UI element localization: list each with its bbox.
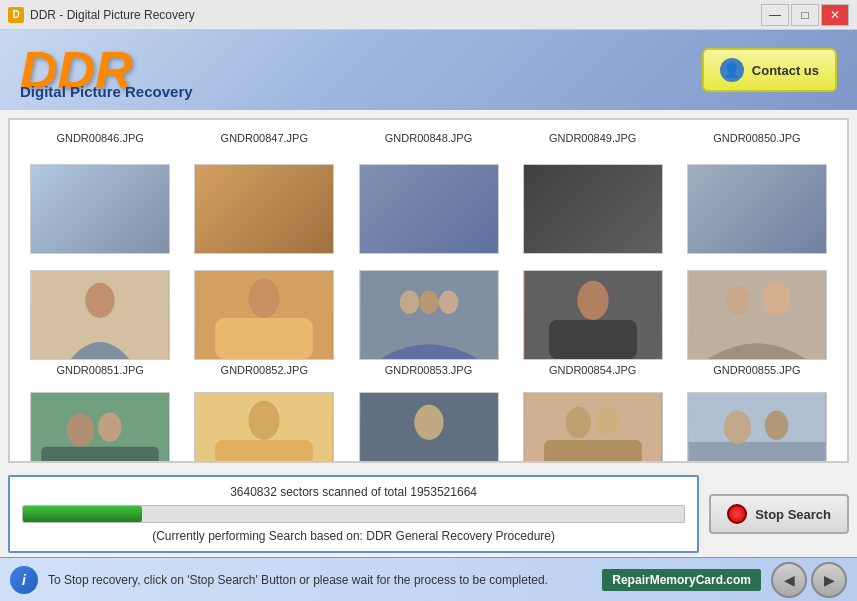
back-button[interactable]: ◀	[771, 562, 807, 598]
thumbnail-852	[194, 270, 334, 360]
stop-search-button[interactable]: Stop Search	[709, 494, 849, 534]
svg-rect-4	[215, 318, 313, 359]
svg-point-25	[565, 407, 590, 438]
contact-icon: 👤	[720, 58, 744, 82]
title-bar: D DDR - Digital Picture Recovery — □ ✕	[0, 0, 857, 30]
thumbnail-856	[30, 392, 170, 461]
svg-point-26	[595, 405, 620, 436]
svg-rect-21	[215, 440, 313, 461]
filename-855: GNDR00855.JPG	[713, 364, 800, 376]
svg-point-3	[249, 279, 280, 318]
svg-point-8	[438, 291, 458, 314]
filename-label: GNDR00847.JPG	[221, 132, 308, 144]
progress-row: 3640832 sectors scanned of total 1953521…	[8, 475, 849, 553]
gallery-item-848[interactable]	[346, 160, 510, 258]
gallery-item-846[interactable]	[18, 160, 182, 258]
svg-point-31	[765, 411, 788, 440]
maximize-button[interactable]: □	[791, 4, 819, 26]
filename-label: GNDR00846.JPG	[56, 132, 143, 144]
progress-status-text: (Currently performing Search based on: D…	[22, 529, 685, 543]
svg-point-13	[726, 286, 749, 315]
title-bar-text: DDR - Digital Picture Recovery	[30, 8, 761, 22]
stop-icon	[727, 504, 747, 524]
gallery-row-3: GNDR00856.JPG GNDR00857.JPG	[18, 388, 839, 461]
header: DDR 👤 Contact us Digital Picture Recover…	[0, 30, 857, 110]
thumbnail-855	[687, 270, 827, 360]
filename-852: GNDR00852.JPG	[221, 364, 308, 376]
thumbnail-848	[359, 164, 499, 254]
app-icon: D	[8, 7, 24, 23]
thumbnail-858	[359, 392, 499, 461]
thumbnail-850	[687, 164, 827, 254]
svg-point-6	[399, 291, 419, 314]
gallery-item[interactable]: GNDR00849.JPG	[511, 128, 675, 152]
svg-rect-11	[549, 320, 637, 359]
thumbnail-853	[359, 270, 499, 360]
gallery-scroll[interactable]: GNDR00846.JPG GNDR00847.JPG GNDR00848.JP…	[10, 120, 847, 461]
contact-button[interactable]: 👤 Contact us	[702, 48, 837, 92]
app-subtitle: Digital Picture Recovery	[20, 83, 193, 100]
gallery-item-860[interactable]: GNDR00860.JPG	[675, 388, 839, 461]
svg-point-14	[763, 282, 790, 315]
filename-853: GNDR00853.JPG	[385, 364, 472, 376]
gallery-item-855[interactable]: GNDR00855.JPG	[675, 266, 839, 380]
gallery-item-847[interactable]	[182, 160, 346, 258]
svg-point-17	[98, 413, 121, 442]
gallery-item-856[interactable]: GNDR00856.JPG	[18, 388, 182, 461]
contact-label: Contact us	[752, 63, 819, 78]
minimize-button[interactable]: —	[761, 4, 789, 26]
svg-point-23	[414, 405, 443, 440]
svg-point-1	[85, 283, 114, 318]
filename-851: GNDR00851.JPG	[56, 364, 143, 376]
info-bar: i To Stop recovery, click on 'Stop Searc…	[0, 557, 857, 601]
svg-rect-18	[41, 447, 158, 461]
thumbnail-849	[523, 164, 663, 254]
svg-point-30	[724, 411, 751, 444]
brand-tag: RepairMemoryCard.com	[602, 569, 761, 591]
info-icon: i	[10, 566, 38, 594]
thumbnail-851	[30, 270, 170, 360]
gallery-item-858[interactable]: GNDR00858.JPG	[346, 388, 510, 461]
thumbnail-846	[30, 164, 170, 254]
main-content: GNDR00846.JPG GNDR00847.JPG GNDR00848.JP…	[0, 110, 857, 601]
stop-search-label: Stop Search	[755, 507, 831, 522]
svg-point-7	[419, 291, 439, 314]
info-text: To Stop recovery, click on 'Stop Search'…	[48, 573, 592, 587]
gallery-item-853[interactable]: GNDR00853.JPG	[346, 266, 510, 380]
sectors-text: 3640832 sectors scanned of total 1953521…	[22, 485, 685, 499]
thumbnail-854	[523, 270, 663, 360]
gallery-item[interactable]: GNDR00846.JPG	[18, 128, 182, 152]
gallery-item-850[interactable]	[675, 160, 839, 258]
filename-854: GNDR00854.JPG	[549, 364, 636, 376]
svg-point-20	[249, 401, 280, 440]
gallery-container: GNDR00846.JPG GNDR00847.JPG GNDR00848.JP…	[8, 118, 849, 463]
gallery-row-2: GNDR00851.JPG GNDR00852.JPG	[18, 266, 839, 380]
gallery-item[interactable]: GNDR00848.JPG	[346, 128, 510, 152]
thumbnail-847	[194, 164, 334, 254]
filename-label: GNDR00848.JPG	[385, 132, 472, 144]
filename-label: GNDR00849.JPG	[549, 132, 636, 144]
gallery-item-854[interactable]: GNDR00854.JPG	[511, 266, 675, 380]
nav-buttons: ◀ ▶	[771, 562, 847, 598]
thumbnail-859	[523, 392, 663, 461]
filename-label: GNDR00850.JPG	[713, 132, 800, 144]
forward-button[interactable]: ▶	[811, 562, 847, 598]
gallery-item-852[interactable]: GNDR00852.JPG	[182, 266, 346, 380]
svg-point-10	[577, 281, 608, 320]
svg-rect-29	[688, 442, 825, 461]
gallery-item-849[interactable]	[511, 160, 675, 258]
progress-section: 3640832 sectors scanned of total 1953521…	[8, 475, 699, 553]
svg-point-16	[67, 414, 94, 447]
gallery-row-labels-1: GNDR00846.JPG GNDR00847.JPG GNDR00848.JP…	[18, 128, 839, 152]
gallery-item[interactable]: GNDR00850.JPG	[675, 128, 839, 152]
progress-bar-container	[22, 505, 685, 523]
gallery-item-857[interactable]: GNDR00857.JPG	[182, 388, 346, 461]
gallery-item-851[interactable]: GNDR00851.JPG	[18, 266, 182, 380]
progress-bar-fill	[23, 506, 142, 522]
thumbnail-857	[194, 392, 334, 461]
thumbnail-860	[687, 392, 827, 461]
svg-rect-27	[544, 440, 642, 461]
gallery-item[interactable]: GNDR00847.JPG	[182, 128, 346, 152]
close-button[interactable]: ✕	[821, 4, 849, 26]
gallery-item-859[interactable]: GNDR00859.JPG	[511, 388, 675, 461]
